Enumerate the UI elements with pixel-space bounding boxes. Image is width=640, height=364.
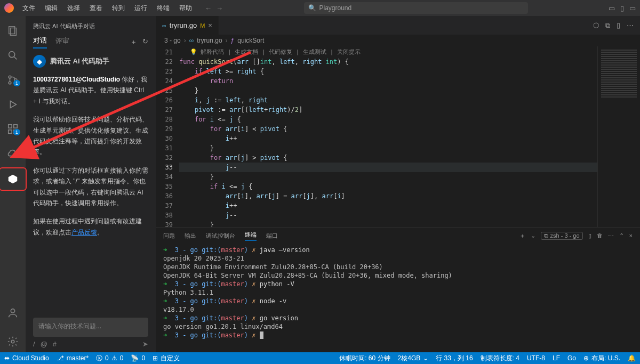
editor-tab-tryrun[interactable]: ∞ tryrun.go M ×	[156, 16, 219, 35]
status-lang[interactable]: Go	[567, 354, 576, 362]
panel-tab-problems[interactable]: 问题	[163, 232, 175, 240]
menu-help[interactable]: 帮助	[176, 4, 195, 13]
activity-bar: 1 1	[0, 16, 26, 352]
chat-capabilities: 我可以帮助你回答技术问题、分析代码、生成单元测试、提供优化修复建议、生成代码文档…	[33, 114, 148, 158]
new-terminal-icon[interactable]: ＋	[519, 232, 525, 240]
minimap[interactable]	[597, 46, 640, 227]
layout-primary-icon[interactable]: ▭	[609, 4, 615, 12]
activity-scm[interactable]: 1	[0, 69, 26, 91]
svg-line-3	[14, 57, 17, 60]
assistant-avatar: ◆	[33, 55, 46, 68]
close-tab-icon[interactable]: ×	[208, 21, 212, 29]
svg-rect-8	[9, 125, 12, 128]
menu-run[interactable]: 运行	[131, 4, 150, 13]
status-ports[interactable]: 📡 0	[131, 354, 145, 362]
chat-feedback: 如果在使用过程中遇到问题或有改进建议，欢迎点击产品反馈。	[33, 216, 148, 238]
menu-goto[interactable]: 转到	[109, 4, 128, 13]
status-bell-icon[interactable]: 🔔	[628, 354, 636, 362]
panel-tab-debug[interactable]: 调试控制台	[206, 232, 235, 240]
panel-more-icon[interactable]: ⋯	[608, 232, 614, 239]
send-icon[interactable]: ➤	[142, 340, 148, 348]
review-tab[interactable]: 评审	[55, 36, 69, 48]
status-specs[interactable]: 2核4GB ⌄	[398, 354, 429, 363]
slash-command-button[interactable]: /	[33, 340, 35, 348]
chat-tab[interactable]: 对话	[33, 36, 47, 48]
panel-tab-output[interactable]: 输出	[185, 232, 196, 240]
terminal-dropdown-icon[interactable]: ⌄	[531, 232, 535, 239]
breadcrumb-folder[interactable]: 3 - go	[164, 37, 181, 44]
toolbar-more-icon[interactable]: ⋯	[627, 21, 634, 30]
status-errors[interactable]: ⓧ 0 ⚠ 0	[96, 354, 123, 363]
sidebar-title: 腾讯云 AI 代码助手对话	[33, 22, 148, 30]
tab-filename: tryrun.go	[170, 21, 197, 29]
panel-tab-terminal[interactable]: 终端	[245, 231, 257, 241]
activity-explorer[interactable]	[0, 20, 26, 42]
menu-file[interactable]: 文件	[19, 4, 38, 13]
status-remote[interactable]: ⬌ Cloud Studio	[4, 354, 49, 362]
toolbar-split-icon[interactable]: ▯	[617, 21, 620, 30]
status-layout[interactable]: ⊕ 布局: U.S.	[583, 354, 620, 363]
go-file-icon: ∞	[162, 22, 166, 29]
status-eol[interactable]: LF	[553, 354, 560, 362]
mention-button[interactable]: @	[41, 340, 47, 348]
assistant-name: 腾讯云 AI 代码助手	[50, 56, 109, 66]
history-icon[interactable]: ↻	[142, 37, 148, 47]
menu-edit[interactable]: 编辑	[42, 4, 61, 13]
svg-marker-12	[9, 175, 18, 184]
panel-tab-ports[interactable]: 端口	[266, 232, 278, 240]
menubar: 文件 编辑 选择 查看 转到 运行 终端 帮助 ← → 🔍 Playground…	[0, 0, 640, 16]
svg-point-2	[9, 52, 15, 58]
split-terminal-icon[interactable]: ▯	[588, 232, 591, 239]
toolbar-compare-icon[interactable]: ⧉	[605, 21, 610, 30]
activity-debug[interactable]	[0, 94, 26, 115]
close-panel-icon[interactable]: ×	[629, 232, 633, 239]
command-center[interactable]: 🔍 Playground	[304, 2, 528, 14]
search-icon: 🔍	[308, 4, 316, 12]
nav-forward-icon[interactable]: →	[216, 4, 223, 12]
editor-tabbar: ∞ tryrun.go M × ⬡ ⧉ ▯ ⋯	[156, 16, 640, 35]
terminal-content[interactable]: ➜ 3 - go git:(master) ✗ java —versionope…	[156, 244, 640, 352]
activity-account[interactable]	[0, 302, 26, 323]
editor-region: ∞ tryrun.go M × ⬡ ⧉ ▯ ⋯ 3 - go› ∞tryrun.…	[156, 16, 640, 352]
svg-rect-11	[14, 125, 17, 128]
breadcrumb-file[interactable]: tryrun.go	[197, 37, 222, 44]
activity-search[interactable]	[0, 45, 26, 66]
activity-extensions[interactable]: 1	[0, 118, 26, 140]
new-chat-icon[interactable]: ＋	[130, 37, 137, 47]
ext-badge: 1	[13, 129, 20, 135]
svg-marker-7	[10, 101, 16, 108]
breadcrumb-symbol[interactable]: quickSort	[237, 37, 264, 44]
menu-select[interactable]: 选择	[64, 4, 83, 13]
search-placeholder: Playground	[319, 4, 352, 12]
chat-instructions: 你可以通过下方的对话框直接输入你的需求，或者输入 "/" 来触发常用指令。你也可…	[33, 165, 148, 209]
menu-view[interactable]: 查看	[86, 4, 106, 13]
status-indent[interactable]: 制表符长度: 4	[481, 354, 519, 363]
modified-indicator: M	[200, 22, 205, 29]
chat-input[interactable]: 请输入你的技术问题...	[33, 318, 148, 337]
terminal-label[interactable]: ⧉ zsh - 3 - go	[541, 232, 582, 240]
toolbar-hex-icon[interactable]: ⬡	[593, 21, 599, 30]
bottom-panel: 问题 输出 调试控制台 终端 端口 ＋ ⌄ ⧉ zsh - 3 - go ▯ 🗑…	[156, 227, 640, 352]
nav-back-icon[interactable]: ←	[205, 4, 212, 12]
status-branch[interactable]: ⎇ master*	[57, 354, 89, 362]
feedback-link[interactable]: 产品反馈	[71, 229, 97, 236]
activity-settings[interactable]	[0, 331, 26, 352]
maximize-panel-icon[interactable]: ⌃	[619, 232, 624, 239]
activity-ai-assistant[interactable]	[0, 168, 26, 190]
layout-panel-icon[interactable]: ▯	[620, 4, 624, 12]
status-custom[interactable]: ⊞ 自定义	[153, 354, 180, 363]
svg-point-5	[9, 82, 11, 84]
status-sleep[interactable]: 休眠时间: 60 分钟	[339, 354, 390, 363]
activity-cloud[interactable]	[0, 143, 26, 164]
tag-button[interactable]: #	[53, 340, 57, 348]
statusbar: ⬌ Cloud Studio ⎇ master* ⓧ 0 ⚠ 0 📡 0 ⊞ 自…	[0, 352, 640, 364]
layout-secondary-icon[interactable]: ▭	[629, 4, 636, 12]
status-cursor[interactable]: 行 33，列 16	[436, 354, 473, 363]
menu-terminal[interactable]: 终端	[154, 4, 173, 13]
breadcrumbs[interactable]: 3 - go› ∞tryrun.go› ƒquickSort	[156, 35, 640, 46]
code-editor[interactable]: 2122232425262728293031323334353637383940…	[156, 46, 640, 227]
kill-terminal-icon[interactable]: 🗑	[597, 232, 603, 239]
status-encoding[interactable]: UTF-8	[527, 354, 545, 362]
scm-badge: 1	[13, 80, 20, 86]
code-content[interactable]: 💡 解释代码 | 生成文档 | 代码修复 | 生成测试 | 关闭提示func q…	[179, 46, 597, 227]
